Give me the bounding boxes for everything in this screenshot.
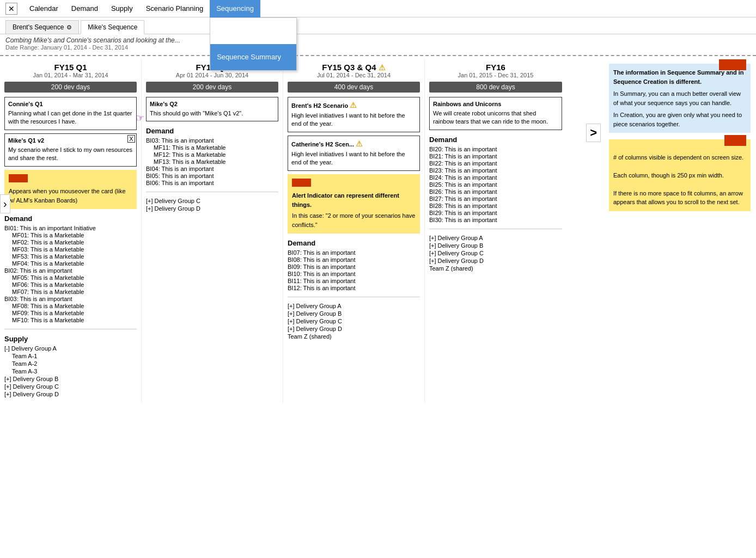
note-blue: The information in Sequence Summary and … (609, 64, 751, 133)
nav-supply[interactable]: Supply (105, 0, 139, 17)
col1-devdays: 200 dev days (4, 82, 137, 93)
plus-icon[interactable]: [+] (288, 303, 295, 309)
note-yellow-columns: # of columns visible is dependent on scr… (609, 139, 751, 211)
supply-label: Delivery Group A (296, 303, 342, 309)
brents-h2-label: Brent's H2 Scenario (291, 102, 348, 109)
card-catherines-h2-body: High level initiatives I want to hit bef… (291, 150, 416, 167)
supply-label: Delivery Group D (155, 205, 200, 212)
demand-item: BI25: This is an important (429, 181, 562, 188)
card-connies-q1[interactable]: Connie's Q1 Planning what I can get done… (4, 97, 137, 130)
demand-item: BI01: This is an important Initiative (4, 225, 137, 231)
plus-icon[interactable]: [+] (288, 326, 295, 332)
col3-dates: Jul 01, 2014 - Dec 31, 2014 (288, 72, 420, 78)
collapse-icon[interactable]: [-] (4, 345, 10, 352)
card-mikes-q1v2-title: Mike's Q1 v2 (8, 137, 133, 144)
card-rainbows[interactable]: Rainbows and Unicorns We will create rob… (429, 97, 562, 130)
supply-label: Delivery Group D (438, 257, 484, 264)
demand-item: MF02: This is a Marketable (4, 239, 137, 246)
catherines-h2-label: Catherine's H2 Scen... (291, 141, 354, 148)
demand-item: MF04: This is a Marketable (4, 260, 137, 267)
supply-item[interactable]: [+] Delivery Group B (4, 376, 137, 382)
supply-item: Team A-1 (4, 353, 137, 359)
demand-item: BI20: This is an important (429, 146, 562, 152)
plus-icon[interactable]: [+] (429, 242, 436, 249)
supply-item[interactable]: [-] Delivery Group A (4, 345, 137, 352)
dropdown-sequence-creation[interactable]: Sequence Creation (210, 18, 296, 44)
yellow-note1-body: # of columns visible is dependent on scr… (613, 144, 746, 207)
nav-bar: ✕ Calendar Demand Supply Scenario Planni… (0, 0, 756, 17)
column-fy15q1: FY15 Q1 Jan 01, 2014 - Mar 31, 2014 200 … (0, 58, 142, 403)
blue-note-title: The information in Sequence Summary and … (613, 68, 746, 86)
supply-item[interactable]: [+] Delivery Group C (429, 250, 562, 256)
plus-icon[interactable]: [+] (429, 257, 436, 264)
card-brents-h2[interactable]: Brent's H2 Scenario ⚠ High level initiat… (288, 97, 420, 132)
nav-sequencing-label: Sequencing (216, 4, 254, 13)
nav-calendar[interactable]: Calendar (23, 0, 65, 17)
supply-label: Delivery Group D (13, 391, 59, 397)
plus-icon[interactable]: [+] (288, 310, 295, 317)
nav-sequencing[interactable]: Sequencing Sequence Creation Sequence Su… (210, 0, 260, 17)
tab-brents-sequence[interactable]: Brent's Sequence ⚙ (5, 20, 79, 34)
supply-item[interactable]: [+] Delivery Group D (4, 391, 137, 397)
catherines-h2-alert-icon: ⚠ (356, 139, 363, 148)
demand-item: BI07: This is an important (288, 249, 420, 256)
card-x-button[interactable]: X (127, 135, 135, 143)
supply-item[interactable]: [+] Delivery Group C (4, 383, 137, 390)
demand-item: MF07: This is a Marketable (4, 289, 137, 295)
plus-icon[interactable]: [+] (146, 205, 153, 212)
supply-item[interactable]: [+] Delivery Group B (429, 242, 562, 249)
scroll-right-arrow[interactable]: > (586, 124, 601, 142)
card-catherines-h2[interactable]: Catherine's H2 Scen... ⚠ High level init… (288, 136, 420, 171)
supply-item[interactable]: [+] Delivery Group C (288, 318, 420, 324)
demand-item: MF11: This is a Marketable (146, 144, 278, 151)
card-mikes-q2[interactable]: Mike's Q2 This should go with "Mike's Q1… (146, 97, 278, 121)
column-fy15q3q4: FY15 Q3 & Q4 ⚠ Jul 01, 2014 - Dec 31, 20… (283, 58, 425, 403)
dropdown-sequence-summary[interactable]: Sequence Summary (210, 44, 296, 70)
demand-item: BI06: This is an important (146, 180, 278, 186)
scroll-left-arrow[interactable]: › (0, 194, 10, 213)
col1-dates: Jan 01, 2014 - Mar 31, 2014 (4, 72, 137, 78)
sequencing-dropdown: Sequence Creation Sequence Summary (210, 17, 297, 71)
blue-note-body2: In Creation, you are given only what you… (613, 111, 746, 128)
nav-scenario-planning[interactable]: Scenario Planning (139, 0, 210, 17)
plus-icon[interactable]: [+] (4, 376, 11, 382)
supply-item[interactable]: [+] Delivery Group C (146, 198, 278, 204)
col4-devdays: 800 dev days (429, 82, 562, 93)
plus-icon[interactable]: [+] (146, 198, 153, 204)
demand-item: BI02: This is an important (4, 267, 137, 274)
close-button[interactable]: ✕ (5, 3, 17, 15)
supply-label: Delivery Group A (11, 345, 57, 352)
supply-item: Team Z (shared) (288, 333, 420, 340)
plus-icon[interactable]: [+] (288, 318, 295, 324)
supply-item[interactable]: [+] Delivery Group A (288, 303, 420, 309)
supply-label: Delivery Group B (13, 376, 59, 382)
supply-item[interactable]: [+] Delivery Group B (288, 310, 420, 317)
demand-item: MF05: This is a Marketable (4, 274, 137, 281)
card-mikes-q1v2[interactable]: X Mike's Q1 v2 My scenario where I stick… (4, 133, 137, 167)
plus-icon[interactable]: [+] (429, 235, 436, 241)
supply-item[interactable]: [+] Delivery Group D (146, 205, 278, 212)
tab-mikes-sequence[interactable]: Mike's Sequence (81, 20, 144, 34)
col4-divider (429, 229, 562, 229)
card-connies-title: Connie's Q1 (8, 101, 133, 107)
supply-label: Delivery Group A (438, 235, 483, 241)
cursor-hand-icon: ☞ (136, 112, 144, 124)
demand-item: BI08: This is an important (288, 256, 420, 263)
brents-sequence-label: Brent's Sequence (13, 23, 64, 31)
supply-item[interactable]: [+] Delivery Group A (429, 235, 562, 241)
plus-icon[interactable]: [+] (4, 391, 11, 397)
plus-icon[interactable]: [+] (4, 383, 11, 390)
supply-label: Delivery Group B (296, 310, 342, 317)
plus-icon[interactable]: [+] (429, 250, 436, 256)
col3-title: FY15 Q3 & Q4 ⚠ (288, 63, 420, 72)
demand-item: MF09: This is a Marketable (4, 310, 137, 316)
supply-item[interactable]: [+] Delivery Group D (288, 326, 420, 332)
nav-demand[interactable]: Demand (65, 0, 105, 17)
supply-item[interactable]: [+] Delivery Group D (429, 257, 562, 264)
demand-item: MF12: This is a Marketable (146, 151, 278, 158)
supply-label: Delivery Group D (296, 326, 342, 332)
col1-divider (4, 329, 137, 329)
demand-item: MF06: This is a Marketable (4, 281, 137, 288)
supply-label: Delivery Group C (296, 318, 342, 324)
col4-supply-list: [+] Delivery Group A [+] Delivery Group … (429, 235, 562, 272)
